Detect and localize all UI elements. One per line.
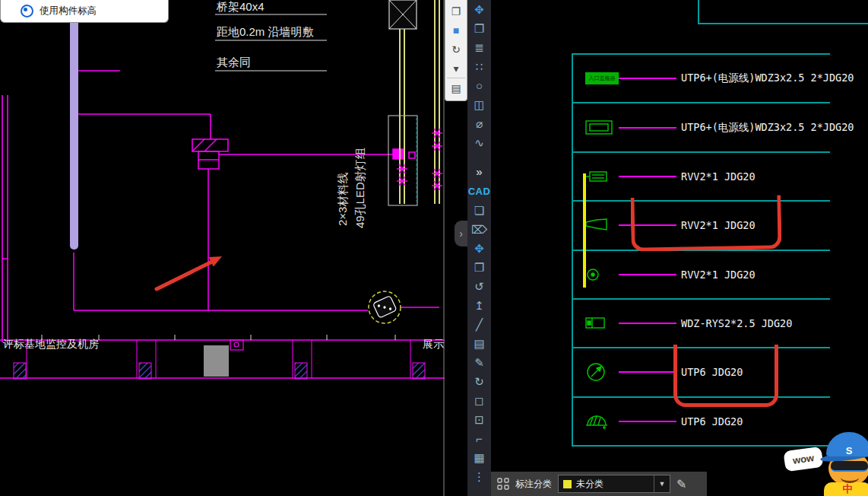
legend-label: RVV2*1 JDG20 bbox=[681, 269, 756, 281]
legend-panel: 入口监视器 UTP6+(电源线)WDZ3x2.5 2*JDG20 UTP6+(电… bbox=[491, 0, 868, 496]
room-label-right: 展示大厅 bbox=[423, 338, 445, 350]
partial-table-line-v bbox=[698, 0, 699, 23]
apps-grid-icon[interactable] bbox=[497, 478, 509, 490]
layer-color-swatch bbox=[563, 480, 572, 488]
more-icon[interactable]: ⋮ bbox=[467, 467, 491, 486]
tray-label: 桥架40x4 bbox=[216, 0, 265, 13]
app-window: 桥架40x4 距地0.2m 沿墙明敷 其余同 2×3材料线 49孔LED射灯组 … bbox=[0, 0, 868, 496]
wall-lines bbox=[0, 0, 445, 496]
speaker-symbol bbox=[585, 170, 610, 183]
annotation-block: 桥架40x4 距地0.2m 沿墙明敷 其余同 2×3材料线 49孔LED射灯组 … bbox=[2, 0, 445, 350]
card-reader-symbol bbox=[585, 316, 607, 330]
legend-row: 入口监视器 UTP6+(电源线)WDZ3x2.5 2*JDG20 bbox=[573, 53, 830, 102]
legend-row: RVV2*1 JDG20 bbox=[573, 250, 830, 298]
copy-icon[interactable]: ❐ bbox=[467, 19, 491, 38]
select-box-icon[interactable]: ❏ bbox=[467, 201, 491, 220]
region-icon[interactable]: ◻ bbox=[467, 391, 491, 410]
legend-label: WDZ-RYS2*2.5 JDG20 bbox=[681, 317, 792, 329]
leader-line bbox=[619, 421, 676, 422]
dome-camera-symbol bbox=[585, 413, 608, 430]
ptz-camera-symbol bbox=[585, 361, 607, 383]
leader-line bbox=[619, 176, 676, 177]
legend-row: WDZ-RYS2*2.5 JDG20 bbox=[573, 298, 830, 347]
legend-label: UTP6+(电源线)WDZ3x2.5 2*JDG20 bbox=[681, 121, 854, 135]
copy2-icon[interactable]: ❐ bbox=[467, 258, 491, 277]
leader-line bbox=[619, 78, 676, 79]
refresh-icon[interactable]: ↻ bbox=[467, 372, 491, 391]
mascot-sunglasses bbox=[831, 461, 868, 472]
collapse-chevron-icon[interactable]: » bbox=[476, 161, 482, 181]
radio-selected-icon[interactable] bbox=[21, 5, 33, 17]
leader-line bbox=[619, 323, 676, 324]
floating-toolbar: ❐ ■ ↻ ▾ ▤ bbox=[445, 0, 467, 101]
mascot-cap: S bbox=[826, 432, 868, 456]
entry-monitor-symbol: 入口监视器 bbox=[585, 72, 619, 84]
keypad-device bbox=[369, 291, 401, 323]
leader-line bbox=[619, 274, 676, 275]
elevation-option-popup: 使用构件标高 bbox=[0, 0, 169, 23]
room-label-left: 评标基地监控及机房 bbox=[2, 338, 99, 350]
leader-line bbox=[619, 371, 676, 373]
cad-mode-toggle[interactable]: CAD bbox=[468, 181, 491, 201]
riser-wires bbox=[388, 0, 442, 205]
partial-table-line-h bbox=[698, 23, 868, 24]
legend-row: UTP6+(电源线)WDZ3x2.5 2*JDG20 bbox=[573, 102, 830, 151]
dropdown-caret-icon[interactable]: ▼ bbox=[654, 475, 670, 492]
caret-down-icon[interactable]: ▾ bbox=[447, 59, 465, 78]
radio-label: 使用构件标高 bbox=[40, 5, 97, 17]
insert-icon[interactable]: ⊡ bbox=[467, 410, 491, 429]
leader-line bbox=[619, 127, 676, 129]
offset-icon[interactable]: ≣ bbox=[467, 38, 491, 57]
dropdown-value: 未分类 bbox=[576, 478, 654, 491]
edit-icon[interactable]: ✎ bbox=[467, 353, 491, 372]
cad-canvas[interactable]: 桥架40x4 距地0.2m 沿墙明敷 其余同 2×3材料线 49孔LED射灯组 … bbox=[0, 0, 445, 496]
circle-icon[interactable]: ○ bbox=[467, 76, 491, 95]
highlighted-polyline bbox=[583, 173, 586, 288]
annotation-classify-bar: 标注分类 未分类 ▼ ✎ bbox=[491, 472, 707, 496]
vertical-label-1: 2×3材料线 bbox=[336, 173, 349, 226]
diameter-icon[interactable]: ⌀ bbox=[467, 114, 491, 133]
classify-label: 标注分类 bbox=[515, 478, 552, 491]
classification-dropdown[interactable]: 未分类 ▼ bbox=[558, 475, 670, 493]
mascot-mouth bbox=[841, 472, 859, 483]
vertical-label-2: 49孔LED射灯组 bbox=[353, 148, 366, 228]
assistant-mascot[interactable]: wow S 中 bbox=[784, 432, 868, 496]
legend-label: RVV2*1 JDG20 bbox=[681, 170, 756, 183]
panel-flyout-tab[interactable]: › bbox=[455, 221, 467, 246]
flip-icon[interactable]: ⌐ bbox=[467, 429, 491, 448]
rotate-icon[interactable]: ↻ bbox=[447, 40, 465, 59]
detector-symbol bbox=[585, 267, 600, 282]
array-icon[interactable]: ∷ bbox=[467, 57, 491, 76]
legend-row: RVV2*1 JDG20 bbox=[573, 151, 830, 200]
copy-icon[interactable]: ❐ bbox=[447, 2, 465, 21]
rest-same-label: 其余同 bbox=[217, 56, 251, 68]
red-highlight-bracket bbox=[630, 195, 781, 251]
stretch-icon[interactable]: ↥ bbox=[467, 296, 491, 315]
outlet-box-symbol bbox=[585, 119, 614, 136]
move-icon[interactable]: ✥ bbox=[467, 239, 491, 258]
legend-label: UTP6 JDG20 bbox=[681, 415, 743, 428]
mirror-icon[interactable]: ◫ bbox=[467, 95, 491, 114]
pan-move-icon[interactable]: ✥ bbox=[467, 0, 491, 19]
properties-list-icon[interactable]: ▤ bbox=[447, 78, 465, 97]
delete-icon[interactable]: ⌦ bbox=[467, 220, 491, 239]
edit-classification-icon[interactable]: ✎ bbox=[676, 477, 686, 491]
red-highlight-bracket bbox=[673, 345, 778, 407]
table-icon[interactable]: ▦ bbox=[467, 448, 491, 467]
line-icon[interactable]: ╱ bbox=[467, 315, 491, 334]
horn-speaker-symbol bbox=[585, 218, 608, 232]
mascot-body: 中 bbox=[824, 482, 868, 496]
polyline-icon[interactable]: ∿ bbox=[467, 133, 491, 152]
layers-icon[interactable]: ▤ bbox=[467, 334, 491, 353]
rotate-ccw-icon[interactable]: ↺ bbox=[467, 277, 491, 296]
circuit-lines bbox=[74, 71, 439, 310]
red-arrow-annotation bbox=[157, 256, 222, 289]
speech-bubble: wow bbox=[783, 447, 823, 472]
side-toolbar: ✥ ❐ ≣ ∷ ○ ◫ ⌀ ∿ » CAD ❏ ⌦ bbox=[467, 0, 491, 496]
mount-label: 距地0.2m 沿墙明敷 bbox=[217, 25, 314, 38]
block-icon[interactable]: ■ bbox=[447, 21, 465, 40]
legend-label: UTP6+(电源线)WDZ3x2.5 2*JDG20 bbox=[681, 72, 854, 85]
